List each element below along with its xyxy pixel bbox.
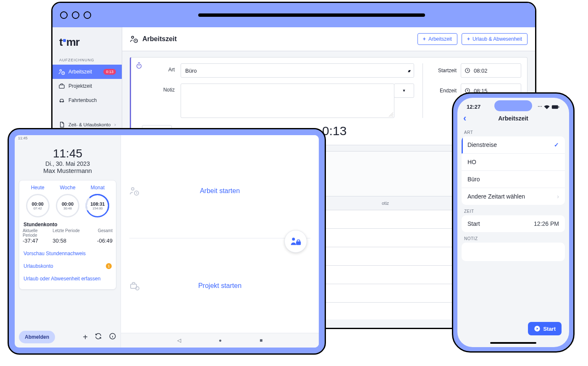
plus-icon[interactable]: + — [83, 332, 88, 342]
week-ring: 00:00 30:48 — [56, 194, 79, 217]
vacation-badge: 1 — [106, 263, 112, 269]
start-project-label: Projekt starten — [198, 282, 242, 290]
ring-sub: 154:00 — [92, 207, 102, 210]
link-label: Urlaub oder Abwesenheit erfassen — [24, 276, 100, 282]
row-value: 12:26 PM — [534, 220, 559, 227]
sidebar-section-header: AUFZEICHNUNG — [52, 51, 122, 65]
sidebar-item-arbeitszeit[interactable]: Arbeitszeit 0:13 — [52, 65, 122, 79]
start-project-row[interactable]: Projekt starten — [121, 238, 319, 333]
svg-point-11 — [131, 188, 134, 190]
timer-value: 0:13 — [322, 124, 346, 138]
type-option-ho[interactable]: HO — [462, 154, 565, 171]
type-option-other[interactable]: Andere Zeitart wählen › — [462, 188, 565, 205]
info-icon[interactable] — [109, 332, 116, 342]
person-clock-icon — [58, 68, 65, 75]
col-header-prev: Letzte Periode — [52, 228, 82, 238]
chevron-right-icon: › — [114, 122, 116, 128]
tablet-frame: 11:45 ◢ ▮ 11:45 Di., 30. Mai 2023 Max Mu… — [8, 128, 326, 355]
month-ring: 108:31 154:00 — [86, 194, 109, 217]
plus-icon: + — [467, 36, 470, 42]
svg-point-0 — [60, 70, 61, 71]
option-label: Büro — [467, 176, 480, 183]
toolbar: Arbeitszeit + Arbeitszeit + Urlaub & Abw… — [122, 27, 535, 51]
nav-recent-icon[interactable]: ■ — [260, 337, 262, 343]
type-select[interactable]: Büro ▴▾ — [181, 63, 414, 78]
back-button[interactable]: ‹ — [463, 114, 466, 123]
phone-page-title: Arbeitszeit — [498, 115, 528, 122]
sidebar-item-projektzeit[interactable]: Projektzeit — [52, 79, 122, 93]
tablet-date: Di., 30. Mai 2023 — [19, 160, 116, 167]
resize-handle-icon — [389, 112, 393, 117]
nav-home-icon[interactable]: ● — [219, 337, 222, 343]
sync-icon[interactable] — [94, 332, 102, 342]
link-label: Urlaubskonto — [24, 263, 53, 269]
preview-hours-link[interactable]: Vorschau Stundennachweis — [23, 247, 113, 260]
ring-main: 00:00 — [62, 201, 74, 207]
val-total: -06:49 — [83, 238, 113, 244]
clock-icon — [465, 68, 470, 73]
svg-point-5 — [131, 36, 134, 38]
note-dropdown-button[interactable]: ▼ — [394, 84, 414, 98]
start-work-label: Arbeit starten — [200, 187, 240, 195]
val-prev: 30:58 — [52, 238, 82, 244]
sidebar-item-label: Projektzeit — [68, 83, 92, 89]
type-option-dienstreise[interactable]: Dienstreise ✓ — [462, 136, 565, 154]
field-label-type: Art — [155, 63, 175, 73]
type-list: Dienstreise ✓ HO Büro Andere Zeitart wäh… — [462, 136, 565, 205]
chevron-right-icon: › — [557, 193, 559, 200]
plus-icon: + — [423, 36, 426, 42]
note-textarea[interactable] — [181, 84, 394, 118]
add-absence-button[interactable]: + Urlaub & Abwesenheit — [462, 33, 528, 45]
time-value: 08:02 — [474, 68, 488, 74]
phone-frame: 12:27 ⋯ ‹ Arbeitszeit ART Dienst — [452, 92, 575, 353]
val-current: -37:47 — [23, 238, 52, 244]
tab-today[interactable]: Heute — [23, 185, 52, 191]
vacation-account-link[interactable]: Urlaubskonto 1 — [23, 260, 113, 272]
wifi-icon — [544, 105, 550, 109]
start-button[interactable]: Start — [528, 322, 562, 335]
statusbar-time: 11:45 — [18, 136, 28, 143]
record-absence-link[interactable]: Urlaub oder Abwesenheit erfassen — [23, 272, 113, 285]
cellular-icon: ⋯ — [538, 104, 542, 110]
tab-week[interactable]: Woche — [52, 185, 82, 191]
briefcase-icon — [58, 83, 65, 89]
ring-main: 00:00 — [32, 201, 44, 207]
window-dot — [60, 11, 68, 19]
window-dot — [84, 11, 91, 19]
browser-tab-handle — [198, 13, 425, 17]
nav-back-icon[interactable]: ◁ — [177, 337, 181, 343]
svg-rect-18 — [559, 106, 559, 107]
chevron-updown-icon: ▴▾ — [408, 68, 410, 73]
tablet-clock: 11:45 — [19, 147, 116, 160]
note-input[interactable] — [462, 243, 565, 261]
link-label: Vorschau Stundennachweis — [24, 251, 86, 256]
car-icon — [58, 97, 65, 104]
start-time-row[interactable]: Start 12:26 PM — [462, 215, 565, 232]
section-header-note: NOTIZ — [457, 232, 569, 243]
select-value: Büro — [185, 68, 197, 74]
button-label: Urlaub & Abwesenheit — [472, 36, 522, 42]
play-circle-icon — [534, 325, 541, 332]
statusbar-time: 12:27 — [467, 104, 480, 110]
start-work-row[interactable]: Arbeit starten — [121, 144, 319, 238]
button-label: Arbeitszeit — [428, 36, 452, 42]
add-worktime-button[interactable]: + Arbeitszeit — [417, 33, 457, 45]
today-ring: 00:00 07:42 — [26, 194, 50, 217]
section-header-time: ZEIT — [457, 205, 569, 215]
svg-rect-17 — [552, 105, 558, 108]
phone-navbar: ‹ Arbeitszeit — [457, 110, 569, 126]
sidebar-item-fahrtenbuch[interactable]: Fahrtenbuch — [52, 93, 122, 107]
type-option-buero[interactable]: Büro — [462, 171, 565, 188]
field-label-end: Endzeit — [431, 88, 457, 94]
field-label-note: Notiz — [155, 84, 175, 93]
tab-month[interactable]: Monat — [83, 185, 113, 191]
ring-sub: 07:42 — [34, 207, 42, 210]
option-label: Andere Zeitart wählen — [467, 193, 525, 200]
home-indicator — [490, 342, 536, 344]
hours-account-title: Stundenkonto — [24, 222, 112, 227]
start-time-input[interactable]: 08:02 — [461, 63, 521, 78]
sidebar-item-label: Zeit- & Urlaubskonto — [68, 122, 110, 127]
logout-button[interactable]: Abmelden — [19, 331, 55, 343]
option-label: HO — [467, 159, 476, 165]
sidebar-item-label: Fahrtenbuch — [68, 97, 97, 103]
